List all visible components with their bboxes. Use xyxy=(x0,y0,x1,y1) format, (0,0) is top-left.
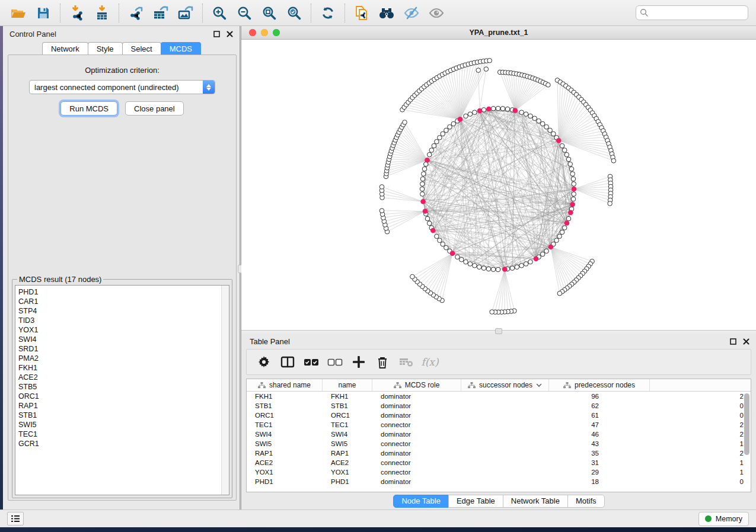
network-node[interactable] xyxy=(486,267,491,271)
network-node[interactable] xyxy=(557,234,562,239)
network-node[interactable] xyxy=(566,216,571,221)
zoom-selected-button[interactable] xyxy=(282,2,307,24)
table-row[interactable]: ACE2ACE2connector311 xyxy=(247,458,751,467)
network-node[interactable] xyxy=(379,209,384,213)
table-options-button[interactable] xyxy=(253,352,275,372)
network-node[interactable] xyxy=(572,192,576,197)
float-panel-button[interactable] xyxy=(212,30,221,38)
network-node[interactable] xyxy=(524,112,528,117)
splitter-grip[interactable] xyxy=(495,328,502,334)
unselect-all-columns-button[interactable] xyxy=(324,352,346,372)
network-node[interactable] xyxy=(505,107,510,111)
search-binoculars-button[interactable] xyxy=(374,2,399,24)
network-node[interactable] xyxy=(438,238,442,243)
import-table-button[interactable] xyxy=(90,2,114,24)
network-hub-node[interactable] xyxy=(477,108,483,114)
network-node[interactable] xyxy=(532,116,537,121)
network-node[interactable] xyxy=(519,110,524,115)
column-header-name[interactable]: name xyxy=(323,379,372,391)
clone-network-button[interactable] xyxy=(349,2,374,24)
network-node[interactable] xyxy=(608,201,613,206)
network-node[interactable] xyxy=(379,185,384,190)
mcds-result-item[interactable]: FKH1 xyxy=(18,363,221,373)
network-node[interactable] xyxy=(455,255,460,259)
network-node[interactable] xyxy=(435,139,439,144)
network-node[interactable] xyxy=(403,120,407,125)
network-node[interactable] xyxy=(432,143,436,148)
mcds-list-scrollbar[interactable] xyxy=(221,286,229,495)
mcds-result-item[interactable]: STP4 xyxy=(18,306,221,316)
network-node[interactable] xyxy=(464,259,468,264)
network-node[interactable] xyxy=(571,177,576,181)
network-node[interactable] xyxy=(570,172,575,177)
network-node[interactable] xyxy=(441,132,445,136)
network-node[interactable] xyxy=(435,234,439,239)
tab-style[interactable]: Style xyxy=(88,42,123,55)
horizontal-splitter[interactable] xyxy=(241,330,756,334)
mcds-result-item[interactable]: CAR1 xyxy=(18,297,221,306)
import-network-button[interactable] xyxy=(65,2,90,24)
zoom-in-button[interactable] xyxy=(207,2,232,24)
network-node[interactable] xyxy=(528,114,533,118)
table-row[interactable]: SWI5SWI5connector431 xyxy=(247,439,751,448)
network-hub-node[interactable] xyxy=(486,107,492,112)
network-node[interactable] xyxy=(544,124,549,129)
network-hub-node[interactable] xyxy=(420,199,426,204)
network-hub-node[interactable] xyxy=(430,228,436,233)
column-header-predecessor-nodes[interactable]: predecessor nodes xyxy=(549,379,650,391)
mcds-result-item[interactable]: SWI5 xyxy=(18,420,221,430)
network-node[interactable] xyxy=(427,221,432,226)
zoom-out-button[interactable] xyxy=(232,2,257,24)
network-node[interactable] xyxy=(491,267,496,272)
network-hub-node[interactable] xyxy=(534,257,539,262)
table-row[interactable]: PHD1PHD1dominator180 xyxy=(247,477,751,486)
tab-motifs[interactable]: Motifs xyxy=(567,495,605,508)
mcds-result-item[interactable]: STB1 xyxy=(18,411,221,420)
network-node[interactable] xyxy=(564,152,569,157)
refresh-button[interactable] xyxy=(315,2,340,24)
network-hub-node[interactable] xyxy=(502,267,508,272)
network-node[interactable] xyxy=(468,262,473,267)
network-node[interactable] xyxy=(477,265,481,270)
network-window-titlebar[interactable]: YPA_prune.txt_1 xyxy=(241,26,756,40)
network-node[interactable] xyxy=(554,238,559,243)
network-node[interactable] xyxy=(444,128,449,133)
mcds-result-item[interactable]: SRD1 xyxy=(18,344,221,354)
export-image-button[interactable] xyxy=(173,2,198,24)
network-node[interactable] xyxy=(410,274,415,279)
network-node[interactable] xyxy=(544,249,549,254)
create-column-button[interactable] xyxy=(347,352,370,372)
network-hub-node[interactable] xyxy=(423,209,428,214)
network-node[interactable] xyxy=(510,266,515,271)
network-node[interactable] xyxy=(571,197,576,201)
close-window-button[interactable] xyxy=(249,29,256,36)
network-node[interactable] xyxy=(464,114,468,118)
show-hide-eye-button[interactable] xyxy=(424,2,449,24)
zoom-fit-button[interactable] xyxy=(257,2,282,24)
tab-edge-table[interactable]: Edge Table xyxy=(448,495,503,508)
network-node[interactable] xyxy=(425,216,430,221)
export-table-button[interactable] xyxy=(148,2,173,24)
network-node[interactable] xyxy=(487,58,492,63)
network-node[interactable] xyxy=(481,108,486,113)
table-row[interactable]: FKH1FKH1dominator962 xyxy=(247,392,751,401)
open-session-button[interactable] xyxy=(6,2,31,24)
save-session-button[interactable] xyxy=(31,2,56,24)
network-graph[interactable] xyxy=(241,40,756,330)
tab-select[interactable]: Select xyxy=(122,42,161,55)
network-node[interactable] xyxy=(496,267,500,272)
network-hub-node[interactable] xyxy=(513,108,518,113)
network-node[interactable] xyxy=(422,172,426,177)
network-node[interactable] xyxy=(537,118,541,123)
network-node[interactable] xyxy=(546,83,551,88)
network-node[interactable] xyxy=(562,226,567,230)
mcds-result-item[interactable]: SWI4 xyxy=(18,335,221,344)
tab-network-table[interactable]: Network Table xyxy=(503,495,568,508)
network-hub-node[interactable] xyxy=(548,245,554,250)
column-header-shared-name[interactable]: shared name xyxy=(247,379,323,391)
column-header-MCDS-role[interactable]: MCDS role xyxy=(372,379,461,391)
network-node[interactable] xyxy=(496,106,500,111)
network-node[interactable] xyxy=(572,182,576,187)
network-node[interactable] xyxy=(473,264,477,268)
table-row[interactable]: RAP1RAP1dominator352 xyxy=(247,448,751,458)
